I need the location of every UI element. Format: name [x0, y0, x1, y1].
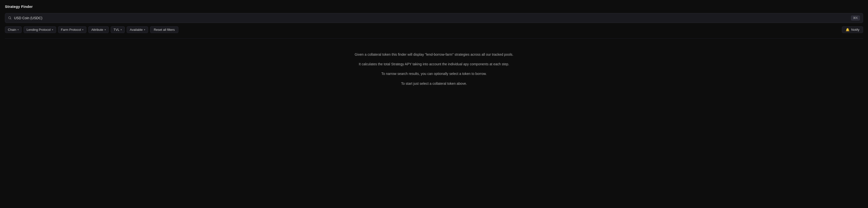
farm-protocol-filter-label: Farm Protocol — [61, 28, 81, 31]
filters-row: Chain ▾ Lending Protocol ▾ Farm Protocol… — [5, 26, 863, 33]
bell-icon: 🔔 — [846, 28, 849, 31]
section-divider — [5, 38, 863, 39]
available-filter-button[interactable]: Available ▾ — [127, 26, 148, 33]
tvl-filter-button[interactable]: TVL ▾ — [111, 26, 125, 33]
attribute-filter-label: Attribute — [91, 28, 103, 31]
attribute-chevron-icon: ▾ — [104, 28, 106, 31]
search-bar: ⌘K — [5, 13, 863, 23]
search-input[interactable] — [14, 16, 851, 20]
empty-state-line3: To narrow search results, you can option… — [10, 71, 858, 77]
chain-chevron-icon: ▾ — [18, 28, 19, 31]
lending-protocol-filter-button[interactable]: Lending Protocol ▾ — [24, 26, 56, 33]
empty-state: Given a collateral token this finder wil… — [5, 44, 863, 96]
empty-state-line1: Given a collateral token this finder wil… — [10, 52, 858, 58]
tvl-filter-label: TVL — [114, 28, 120, 31]
farm-protocol-chevron-icon: ▾ — [82, 28, 84, 31]
search-shortcut: ⌘K — [851, 16, 860, 21]
tvl-chevron-icon: ▾ — [121, 28, 122, 31]
lending-protocol-chevron-icon: ▾ — [52, 28, 53, 31]
page-title: Strategy Finder — [5, 4, 863, 9]
available-chevron-icon: ▾ — [144, 28, 145, 31]
reset-filters-button[interactable]: Reset all filters — [150, 26, 178, 33]
svg-line-1 — [10, 19, 11, 19]
chain-filter-button[interactable]: Chain ▾ — [5, 26, 22, 33]
attribute-filter-button[interactable]: Attribute ▾ — [88, 26, 108, 33]
chain-filter-label: Chain — [8, 28, 16, 31]
farm-protocol-filter-button[interactable]: Farm Protocol ▾ — [58, 26, 87, 33]
empty-state-line2: It calculates the total Strategy APY tak… — [10, 61, 858, 67]
available-filter-label: Available — [130, 28, 143, 31]
empty-state-line4: To start just select a collateral token … — [10, 81, 858, 87]
search-icon — [8, 16, 11, 20]
reset-filters-label: Reset all filters — [154, 28, 175, 31]
notify-button[interactable]: 🔔 Notify — [842, 26, 863, 33]
lending-protocol-filter-label: Lending Protocol — [27, 28, 51, 31]
notify-label: Notify — [851, 28, 859, 31]
